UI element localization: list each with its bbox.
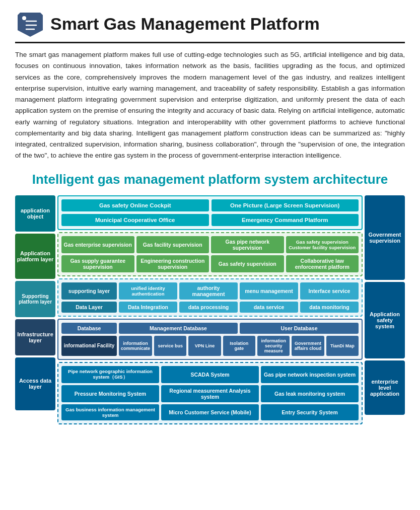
right-enterprise: enterprise level application	[365, 360, 405, 415]
platform-gas-safety: Gas safety supervision	[211, 255, 284, 272]
infra-user-db: User Database	[240, 323, 359, 334]
infra-security: information security measure	[257, 336, 290, 356]
infra-row2: informational Facility information commu…	[61, 336, 359, 356]
support-layer: supporting layer unified identity authen…	[57, 278, 363, 317]
access-scada: SCADA System	[161, 366, 259, 383]
label-app-platform: Application platform layer	[15, 234, 55, 279]
infra-isolation: Isolation gate	[223, 336, 255, 356]
support-unified-identity: unified identity authentication	[119, 282, 177, 300]
label-infra: Infrastructure layer	[15, 319, 55, 355]
right-labels: Government supervision Application safet…	[365, 195, 405, 424]
infra-layer: Database Management Database User Databa…	[57, 319, 363, 360]
platform-pipe-network: Gas pipe network supervision	[211, 236, 284, 253]
infra-mgmt-db: Management Database	[119, 323, 238, 334]
support-data-integration: Data Integration	[119, 302, 177, 313]
app-platform-layer: Gas enterprise supervision Gas facility …	[57, 232, 363, 276]
infra-info-facility: informational Facility	[61, 336, 117, 356]
infra-tiandi: TianDi Map	[326, 336, 359, 356]
main-title: Smart Gas Management Platform	[50, 14, 320, 34]
title-underline	[15, 42, 405, 43]
infra-gov-cloud: Government affairs cloud	[292, 336, 324, 356]
label-app-object: application object	[15, 195, 55, 232]
support-grid: supporting layer unified identity authen…	[61, 282, 359, 313]
infra-row1: Database Management Database User Databa…	[61, 323, 359, 334]
access-gas-leak: Gas leak monitoring system	[261, 385, 359, 402]
support-interface: Interface service	[300, 282, 359, 300]
description-text: The smart gas management platform makes …	[15, 49, 405, 162]
access-grid: Pipe network geographic information syst…	[61, 366, 359, 420]
label-support: Supporting platform layer	[15, 281, 55, 317]
architecture-diagram: application object Application platform …	[15, 195, 405, 424]
platform-collab: Collaborative law enforcement platform	[286, 255, 359, 272]
svg-point-0	[22, 16, 26, 20]
right-gov: Government supervision	[365, 195, 405, 280]
layers-main: Gas safety Online Cockpit One Picture (L…	[57, 195, 363, 424]
access-gis: Pipe network geographic information syst…	[61, 366, 159, 383]
platform-engineering: Engineering construction supervision	[136, 255, 209, 272]
label-access: Access data layer	[15, 357, 55, 410]
app-box-emergency: Emergency Command Platform	[212, 214, 359, 226]
header: Smart Gas Management Platform	[15, 10, 405, 38]
infra-service-bus: service bus	[154, 336, 186, 356]
infra-vpn: VPN Line	[188, 336, 221, 356]
support-row1-label: supporting layer	[61, 282, 117, 300]
app-box-cockpit: Gas safety Online Cockpit	[61, 199, 209, 211]
right-appsafe: Application safety system	[365, 282, 405, 358]
left-labels: application object Application platform …	[15, 195, 55, 424]
tag-icon	[15, 10, 45, 38]
platform-enterprise: Gas enterprise supervision	[61, 236, 134, 253]
access-layer: Pipe network geographic information syst…	[57, 362, 363, 424]
infra-info-communicate: information communicate	[119, 336, 152, 356]
access-regional: Regional measurement Analysis system	[161, 385, 259, 402]
app-platform-grid: Gas enterprise supervision Gas facility …	[61, 236, 359, 272]
app-box-municipal: Municipal Cooperative Office	[61, 214, 209, 226]
access-entry-security: Entry Security System	[261, 404, 359, 420]
support-data-service: data service	[240, 302, 298, 313]
access-pipe-inspection: Gas pipe network inspection system	[261, 366, 359, 383]
platform-supply: Gas supply guarantee supervision	[61, 255, 134, 272]
support-data-monitoring: data monitoring	[300, 302, 359, 313]
platform-gas-safety-customer: Gas safety supervision Customer facility…	[286, 236, 359, 253]
platform-facility: Gas facility supervision	[136, 236, 209, 253]
support-row2-label: Data Layer	[61, 302, 117, 313]
infra-database: Database	[61, 323, 117, 334]
access-micro: Micro Customer Service (Mobile)	[161, 404, 259, 420]
app-object-grid: Gas safety Online Cockpit One Picture (L…	[61, 199, 359, 226]
access-pressure: Pressure Monitoring System	[61, 385, 159, 402]
app-object-layer: Gas safety Online Cockpit One Picture (L…	[57, 195, 363, 230]
arch-title: Intelligent gas management platform syst…	[15, 172, 405, 187]
access-business: Gas business information management syst…	[61, 404, 159, 420]
support-data-processing: data processing	[179, 302, 238, 313]
support-authority: authority management	[179, 282, 238, 300]
support-menu: menu management	[240, 282, 298, 300]
app-box-one-picture: One Picture (Large Screen Supervision)	[212, 199, 359, 211]
